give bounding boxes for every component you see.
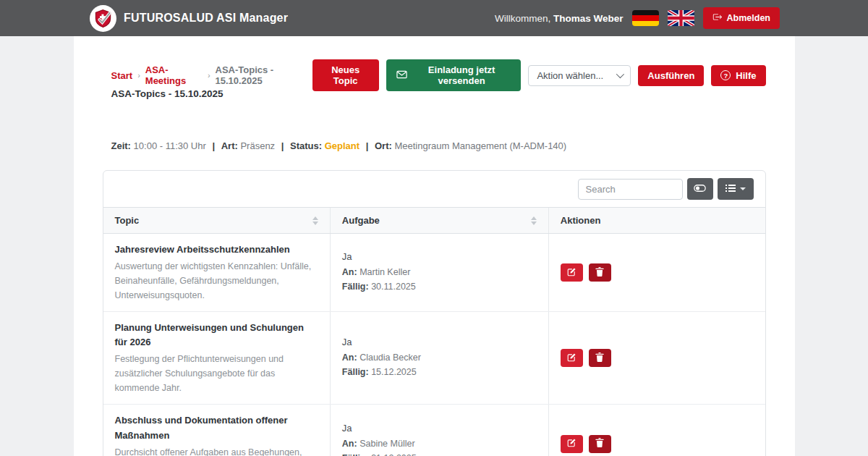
brand: FUTUROSALUD ASI Manager — [90, 5, 288, 32]
meta-art-value: Präsenz — [240, 140, 275, 151]
meta-zeit-label: Zeit: — [111, 140, 131, 151]
breadcrumb: Start › ASA-Meetings › ASA-Topics - 15.1… — [111, 64, 312, 86]
help-button[interactable]: ? Hilfe — [711, 65, 765, 86]
breadcrumb-asa-meetings[interactable]: ASA-Meetings — [145, 64, 203, 86]
table-row: Abschluss und Dokumentation offener Maßn… — [103, 405, 765, 456]
envelope-icon — [396, 70, 407, 81]
breadcrumb-start[interactable]: Start — [111, 70, 133, 81]
question-circle-icon: ? — [720, 70, 731, 80]
edit-button[interactable] — [561, 349, 583, 367]
meta-zeit-value: 10:00 - 11:30 Uhr — [134, 140, 206, 151]
action-select[interactable]: Aktion wählen... — [528, 65, 631, 86]
topbar: FUTUROSALUD ASI Manager Willkommen, Thom… — [0, 0, 868, 36]
table-row: Jahresreview Arbeitsschutzkennzahlen Aus… — [103, 234, 765, 312]
toggle-view-button[interactable] — [687, 178, 713, 200]
edit-pencil-icon — [567, 267, 576, 279]
task-due-date: Fällig: 31.12.2025 — [342, 451, 537, 456]
task-assignee: An: Sabine Müller — [342, 436, 537, 451]
status-badge: Geplant — [325, 140, 359, 151]
task-due-date: Fällig: 30.11.2025 — [342, 279, 537, 294]
german-flag-icon[interactable] — [632, 10, 659, 26]
sort-icon — [531, 216, 537, 225]
sort-icon — [312, 216, 318, 225]
task-assignee: An: Claudia Becker — [342, 350, 537, 365]
toggle-icon — [694, 184, 706, 195]
meta-art-label: Art: — [221, 140, 238, 151]
trash-icon — [595, 267, 604, 279]
column-header-aktionen: Aktionen — [548, 208, 765, 234]
task-assignee: An: Martin Keller — [342, 265, 537, 279]
page-actions: Neues Topic Einladung jetzt versenden Ak… — [312, 59, 766, 91]
execute-button[interactable]: Ausführen — [638, 65, 704, 86]
edit-button[interactable] — [561, 435, 583, 453]
uk-flag-icon[interactable] — [668, 10, 694, 26]
list-columns-icon — [726, 184, 736, 195]
search-input[interactable] — [578, 179, 683, 200]
delete-button[interactable] — [589, 263, 611, 282]
topics-card: Topic Aufgabe Aktionen Jahresrevie — [103, 170, 766, 456]
topic-description: Auswertung der wichtigsten Kennzahlen: U… — [115, 259, 318, 303]
table-row: Planung Unterweisungen und Schulungen fü… — [103, 312, 765, 405]
columns-dropdown-button[interactable] — [718, 178, 754, 200]
task-flag: Ja — [342, 337, 537, 347]
topic-title: Planung Unterweisungen und Schulungen fü… — [115, 321, 318, 350]
logout-icon — [712, 12, 722, 24]
table-toolbar — [103, 171, 765, 207]
logout-button[interactable]: Abmelden — [703, 7, 780, 29]
task-due-date: Fällig: 15.12.2025 — [342, 365, 537, 379]
task-flag: Ja — [342, 423, 537, 434]
trash-icon — [595, 352, 604, 364]
main-panel: Start › ASA-Meetings › ASA-Topics - 15.1… — [74, 36, 795, 456]
edit-pencil-icon — [567, 438, 576, 449]
user-name: Thomas Weber — [553, 13, 624, 24]
topic-description: Durchsicht offener Aufgaben aus Begehung… — [115, 445, 318, 456]
breadcrumb-separator: › — [137, 71, 140, 80]
topic-title: Abschluss und Dokumentation offener Maßn… — [115, 413, 318, 442]
trash-icon — [595, 438, 604, 449]
meta-status-label: Status: — [290, 140, 322, 151]
chevron-down-icon — [616, 70, 624, 78]
topic-title: Jahresreview Arbeitsschutzkennzahlen — [115, 242, 318, 257]
delete-button[interactable] — [589, 435, 611, 453]
send-invitation-button[interactable]: Einladung jetzt versenden — [386, 59, 522, 91]
meta-ort-value: Meetingraum Management (M-ADM-140) — [394, 140, 566, 151]
meta-ort-label: Ort: — [375, 140, 392, 151]
column-header-topic[interactable]: Topic — [103, 208, 331, 234]
new-topic-button[interactable]: Neues Topic — [312, 59, 379, 91]
app-logo-shield-icon — [90, 5, 116, 32]
breadcrumb-current: ASA-Topics - 15.10.2025 — [216, 64, 312, 86]
task-flag: Ja — [342, 251, 537, 262]
delete-button[interactable] — [589, 349, 611, 367]
topic-description: Festlegung der Pflichtunterweisungen und… — [115, 352, 318, 395]
topics-table: Topic Aufgabe Aktionen Jahresrevie — [103, 207, 765, 456]
column-header-aufgabe[interactable]: Aufgabe — [330, 208, 548, 234]
breadcrumb-separator: › — [208, 71, 210, 80]
welcome-text: Willkommen, Thomas Weber — [495, 13, 624, 24]
app-title: FUTUROSALUD ASI Manager — [124, 12, 288, 25]
caret-down-icon — [740, 187, 746, 190]
meeting-meta: Zeit: 10:00 - 11:30 Uhr | Art: Präsenz |… — [111, 140, 766, 151]
edit-pencil-icon — [567, 352, 576, 364]
edit-button[interactable] — [561, 263, 583, 282]
